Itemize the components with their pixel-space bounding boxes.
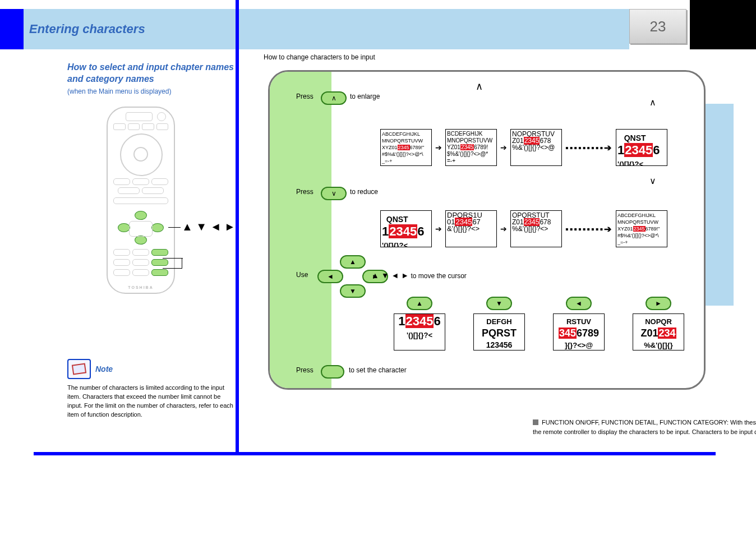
remote-illustration: TOSHIBA [107, 107, 173, 292]
label: to set the character [349, 366, 407, 374]
footnote: FUNCTION ON/OFF, FUNCTION DETAIL, FUNCTI… [533, 418, 756, 436]
char-grid: QNST 123456 '()[]{}?< [380, 210, 432, 247]
left-heading: How to select and input chapter names an… [67, 62, 236, 85]
char-grid-zoom1: BCDEFGHIJK MNOPQRSTUVW YZ0123456789! $%&… [445, 129, 497, 166]
down-button-icon: ▼ [486, 297, 512, 310]
char-grid-right: NOPQR Z01234 %&'()[]{} [633, 313, 684, 350]
right-button-icon: ► [646, 297, 671, 310]
label: Press [296, 188, 314, 196]
right-intro: How to change characters to be input [264, 53, 746, 61]
instruction-panel: Press ∧ to enlarge ∧ ∧ ABCDEFGHIJKL MNOP… [268, 70, 706, 390]
char-grid-zoom3: QNST 123456 '()[]{}?< [616, 129, 667, 166]
char-grid-down: DEFGH PQRST 123456 [473, 313, 525, 350]
left-button-icon: ◄ [566, 297, 592, 310]
char-grid: DPQRS1U 01234567 &'()[]{}?<> [445, 210, 497, 247]
note-icon [67, 359, 91, 379]
note-heading: Note [95, 365, 113, 373]
zoom-in-button-icon: ∧ [321, 91, 347, 105]
char-grid: ABCDEFGHIJKL MNOPQRSTUVW XYZ0123456789!"… [616, 210, 667, 247]
left-subheading: (when the Main menu is displayed) [67, 87, 236, 95]
label: to reduce [350, 188, 378, 196]
zoom-out-button-icon: ∨ [321, 187, 347, 200]
char-grid-up: 123456 '()[]{}?< [394, 313, 445, 350]
arrow-glyphs-label: ▲ ▼ ◄ ► [182, 221, 236, 232]
char-grid: OPQRSTUT Z012345678 %&'()[]{}?<> [510, 210, 562, 247]
label: Press [296, 366, 314, 374]
set-button-icon [321, 365, 344, 379]
page-title: Entering characters [29, 22, 145, 36]
char-grid-zoom2: NOPQRSTUV Z012345678 %&'()[]{}?<>@ [510, 129, 562, 166]
label: Use [296, 271, 308, 279]
up-button-icon: ▲ [407, 297, 432, 310]
label: to enlarge [350, 93, 380, 100]
page-number-chip: 23 [629, 9, 686, 44]
char-grid-left: RSTUV 3456789 ]{}?<>@ [553, 313, 605, 350]
note-body: The number of characters is limited acco… [67, 384, 236, 419]
label: Press [296, 93, 314, 100]
char-grid-zoom0: ABCDEFGHIJKL MNOPQRSTUVW XYZ0123456789!"… [380, 129, 432, 166]
